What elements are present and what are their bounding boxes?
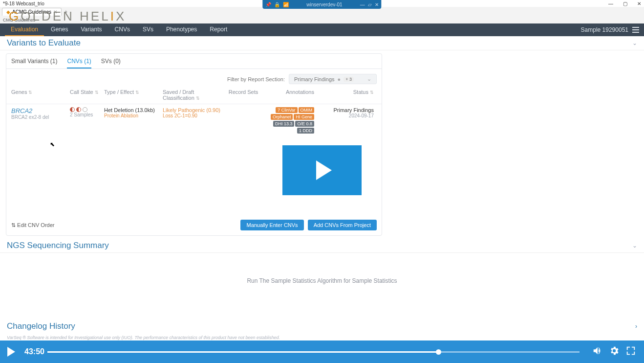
sort-icon[interactable]: ⇅ <box>370 90 374 95</box>
remote-minimize-icon[interactable]: — <box>360 2 365 7</box>
section-ngs-header: NGS Sequencing Summary ⌄ <box>0 239 644 253</box>
chip-dot-icon: ● <box>338 76 341 82</box>
fullscreen-icon[interactable] <box>625 345 636 359</box>
sort-icon[interactable]: ⇅ <box>196 96 200 101</box>
sort-icon: ⇅ <box>11 222 16 228</box>
nav-tab-phenotypes[interactable]: Phenotypes <box>160 23 203 36</box>
gene-link[interactable]: BRCA2 <box>11 107 70 114</box>
disclaimer-text: VarSeq ® Software is intended for Invest… <box>0 334 644 341</box>
expand-icon[interactable]: › <box>635 323 637 330</box>
zygosity-dot-icon <box>76 107 81 112</box>
nav-tab-evaluation[interactable]: Evaluation <box>5 23 44 36</box>
zygosity-dot-icon <box>70 107 75 112</box>
gene-subtext: BRCA2 ex2-8 del <box>11 114 70 120</box>
window-close-icon[interactable]: ✕ <box>637 1 641 6</box>
sample-id: Sample 19290051 <box>581 26 628 33</box>
window-minimize-icon[interactable]: — <box>608 1 613 6</box>
subtab-small-variants[interactable]: Small Variants (1) <box>11 58 57 68</box>
play-icon <box>316 160 332 180</box>
section-changelog-header: Changelog History › <box>0 318 644 334</box>
table-row[interactable]: BRCA2 BRCA2 ex2-8 del 2 Samples Het Dele… <box>6 104 382 136</box>
collapse-icon[interactable]: ⌄ <box>632 40 637 46</box>
remote-close-icon[interactable]: ✕ <box>375 2 379 7</box>
video-scrubber[interactable] <box>47 340 584 363</box>
call-state-dots <box>70 107 104 112</box>
section-title: Variants to Evaluate <box>7 38 81 48</box>
manually-enter-cnvs-button[interactable]: Manually Enter CNVs <box>240 220 303 230</box>
window-maximize-icon[interactable]: ▢ <box>623 1 627 6</box>
nav-tab-cnvs[interactable]: CNVs <box>109 23 136 36</box>
video-controls: 43:50 <box>0 340 644 363</box>
sort-icon[interactable]: ⇅ <box>95 90 99 95</box>
zygosity-dot-icon <box>83 107 87 112</box>
filter-label: Filter by Report Section: <box>227 76 285 82</box>
section-variants-header: Variants to Evaluate ⌄ <box>0 36 644 50</box>
nav-tab-svs[interactable]: SVs <box>137 23 159 36</box>
dropdown-icon: ⌄ <box>367 76 371 82</box>
sort-icon[interactable]: ⇅ <box>135 90 139 95</box>
video-timestamp: 43:50 <box>22 347 47 356</box>
brand-logo: GOLDEN HELIX <box>9 9 126 24</box>
nav-tab-report[interactable]: Report <box>204 23 233 36</box>
volume-icon[interactable] <box>592 345 603 359</box>
annotation-badges: 7 ClinVar OMIM Orphanet HI Gene DHI 13.3… <box>260 107 314 134</box>
add-cnvs-from-project-button[interactable]: Add CNVs From Project <box>308 220 377 230</box>
video-play-overlay[interactable] <box>282 145 362 195</box>
window-title: *9-18 Webcast_trio <box>3 1 44 6</box>
settings-icon[interactable] <box>609 345 620 359</box>
filter-select[interactable]: Primary Findings ● + 3 ⌄ <box>289 74 377 84</box>
table-header: Genes ⇅ Call State ⇅ Type / Effect ⇅ Sav… <box>6 86 382 104</box>
pin-icon[interactable]: 📌 <box>265 2 271 7</box>
nav-tab-variants[interactable]: Variants <box>75 23 107 36</box>
mouse-cursor-icon: ⬉ <box>50 141 55 148</box>
lock-icon[interactable]: 🔒 <box>274 2 280 7</box>
scrubber-knob[interactable] <box>436 349 441 355</box>
remote-restore-icon[interactable]: ▱ <box>368 2 372 7</box>
nav-tab-genes[interactable]: Genes <box>45 23 74 36</box>
play-icon <box>7 347 15 357</box>
variants-card: Small Variants (1) CNVs (1) SVs (0) Filt… <box>6 53 382 236</box>
remote-connection-bar: 📌 🔒 📶 winserverdev-01 — ▱ ✕ <box>262 0 381 9</box>
main-nav: Evaluation Genes Variants CNVs SVs Pheno… <box>0 23 644 36</box>
hamburger-menu-icon[interactable] <box>632 27 639 33</box>
ngs-placeholder: Run The Sample Statistics Algorithm for … <box>0 253 644 318</box>
edit-order-button[interactable]: ⇅ Edit CNV Order <box>11 222 54 228</box>
subtab-svs[interactable]: SVs (0) <box>101 58 121 68</box>
play-button[interactable] <box>0 340 22 363</box>
signal-icon[interactable]: 📶 <box>283 2 289 7</box>
sort-icon[interactable]: ⇅ <box>28 90 32 95</box>
subtab-cnvs[interactable]: CNVs (1) <box>67 58 91 68</box>
collapse-icon[interactable]: ⌄ <box>632 242 637 249</box>
remote-server-name: winserverdev-01 <box>292 2 357 7</box>
